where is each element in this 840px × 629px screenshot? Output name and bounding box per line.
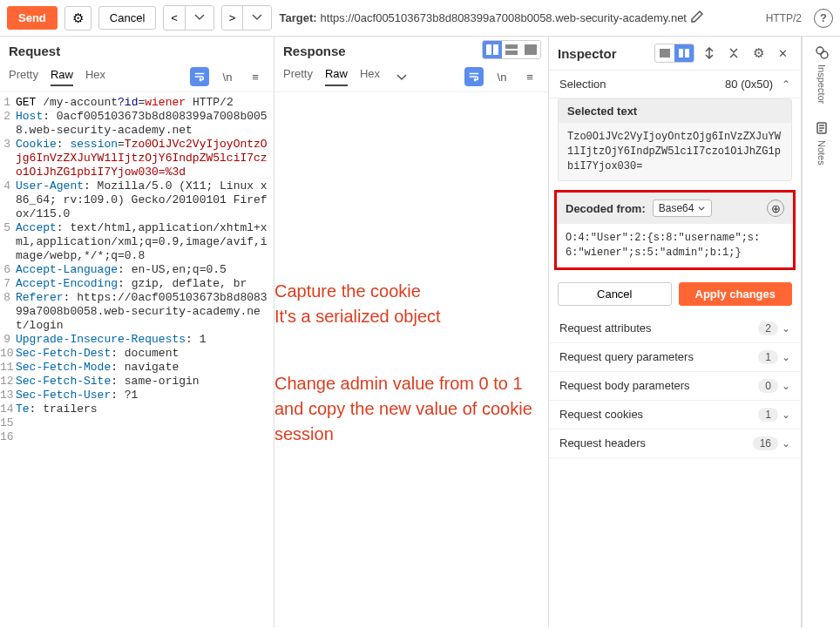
encoding-select[interactable]: Base64 (653, 200, 713, 217)
code-line[interactable]: 8Referer: https://0acf005103673b8d808399… (0, 291, 274, 333)
resp-wrap-icon[interactable] (464, 67, 484, 86)
hamburger-icon[interactable]: ≡ (246, 67, 265, 86)
annotation-1: Capture the cookie It's a serialized obj… (274, 279, 441, 329)
cancel-button[interactable]: Cancel (98, 6, 156, 30)
history-fwd-group: > (221, 5, 273, 30)
history-fwd-dropdown[interactable] (242, 6, 271, 30)
response-title: Response (283, 44, 346, 58)
inspector-section[interactable]: Request attributes2⌄ (549, 314, 801, 343)
inspector-section[interactable]: Request cookies1⌄ (549, 401, 801, 429)
wrap-icon[interactable] (190, 67, 209, 86)
inspector-gear-icon[interactable]: ⚙ (749, 44, 768, 63)
resp-tab-dropdown[interactable] (392, 67, 411, 86)
chevron-down-icon (250, 10, 264, 24)
code-line[interactable]: 11Sec-Fetch-Mode: navigate (0, 361, 274, 375)
resp-hamburger-icon[interactable]: ≡ (520, 67, 539, 86)
chevron-up-icon[interactable]: ⌃ (782, 78, 790, 91)
insp-layout-b-icon[interactable] (674, 44, 694, 62)
chevron-down-icon[interactable]: ⌄ (782, 322, 790, 335)
svg-rect-3 (505, 51, 518, 55)
target-url: https://0acf005103673b8d808399a7008b0058… (321, 11, 687, 24)
code-line[interactable]: 6Accept-Language: en-US,en;q=0.5 (0, 263, 274, 277)
code-line[interactable]: 3Cookie: session=Tzo0OiJVc2VyIjoyOntzOjg… (0, 138, 274, 179)
resp-tab-pretty[interactable]: Pretty (283, 67, 313, 86)
svg-rect-5 (660, 49, 670, 57)
layout-columns-icon[interactable] (483, 41, 502, 58)
inspector-pane: Inspector ⚙ ✕ Selection 80 (0x50) ⌃ Sele… (549, 37, 802, 627)
inspector-layout-toggle (654, 44, 694, 63)
close-icon[interactable]: ✕ (773, 44, 792, 63)
expand-all-icon[interactable] (700, 44, 719, 63)
target-label: Target: (279, 11, 316, 24)
tab-raw[interactable]: Raw (51, 68, 73, 86)
request-title: Request (9, 44, 60, 58)
right-sidebar: Inspector Notes (802, 37, 840, 627)
chevron-down-icon[interactable]: ⌄ (782, 409, 790, 421)
selected-text-value[interactable]: Tzo0OiJVc2VyIjoyOntzOjg6InVzZXJuYW1lIjtz… (559, 123, 791, 180)
code-line[interactable]: 4User-Agent: Mozilla/5.0 (X11; Linux x86… (0, 179, 274, 221)
selection-row[interactable]: Selection 80 (0x50) ⌃ (549, 71, 801, 98)
request-code[interactable]: 1GET /my-account?id=wiener HTTP/22Host: … (0, 92, 274, 627)
notes-icon (815, 121, 829, 135)
collapse-all-icon[interactable] (724, 44, 743, 63)
target-display: Target: https://0acf005103673b8d808399a7… (279, 10, 753, 26)
pencil-icon[interactable] (690, 10, 704, 26)
resp-tab-raw[interactable]: Raw (325, 67, 348, 86)
svg-rect-6 (679, 49, 683, 57)
send-button[interactable]: Send (7, 6, 58, 30)
history-fwd-button[interactable]: > (222, 6, 243, 30)
code-line[interactable]: 7Accept-Encoding: gzip, deflate, br (0, 277, 274, 291)
inspector-cancel-button[interactable]: Cancel (558, 282, 672, 306)
tab-hex[interactable]: Hex (85, 68, 105, 86)
layout-toggle (482, 40, 541, 59)
svg-point-9 (821, 51, 828, 58)
settings-button[interactable]: ⚙ (64, 6, 91, 30)
apply-changes-button[interactable]: Apply changes (679, 282, 793, 306)
code-line[interactable]: 10Sec-Fetch-Dest: document (0, 347, 274, 361)
tab-pretty[interactable]: Pretty (9, 68, 38, 86)
code-line[interactable]: 5Accept: text/html,application/xhtml+xml… (0, 221, 274, 263)
layout-single-icon[interactable] (521, 41, 540, 58)
code-line[interactable]: 15 (0, 416, 274, 430)
http-version[interactable]: HTTP/2 (761, 10, 807, 26)
newline-icon[interactable]: \n (218, 67, 237, 86)
history-back-button[interactable]: < (164, 6, 185, 30)
inspector-section[interactable]: Request query parameters1⌄ (549, 343, 801, 372)
sidebar-notes[interactable]: Notes (815, 121, 829, 166)
code-line[interactable]: 13Sec-Fetch-User: ?1 (0, 389, 274, 402)
add-encoding-button[interactable]: ⊕ (767, 200, 784, 217)
chevron-down-icon (697, 204, 706, 213)
code-line[interactable]: 2Host: 0acf005103673b8d808399a7008b0058.… (0, 110, 274, 138)
insp-layout-a-icon[interactable] (655, 44, 674, 62)
help-icon[interactable]: ? (814, 9, 833, 28)
layout-rows-icon[interactable] (502, 41, 521, 58)
selection-label: Selection (559, 78, 725, 91)
gear-icon: ⚙ (72, 10, 84, 26)
code-line[interactable]: 12Sec-Fetch-Site: same-origin (0, 375, 274, 389)
selected-text-label: Selected text (559, 99, 791, 123)
response-pane: Response Pretty Raw Hex \n ≡ Capture the… (274, 37, 549, 627)
code-line[interactable]: 16 (0, 430, 274, 444)
inspector-section[interactable]: Request headers16⌄ (549, 429, 801, 458)
svg-point-8 (816, 47, 823, 54)
resp-newline-icon[interactable]: \n (492, 67, 511, 86)
annotation-2: Change admin value from 0 to 1 and copy … (274, 371, 548, 447)
selection-value: 80 (0x50) (725, 78, 773, 91)
response-code[interactable]: Capture the cookie It's a serialized obj… (274, 92, 548, 627)
code-line[interactable]: 9Upgrade-Insecure-Requests: 1 (0, 333, 274, 347)
svg-rect-4 (525, 44, 537, 55)
chevron-down-icon[interactable]: ⌄ (782, 437, 790, 450)
decoded-box: Decoded from: Base64 ⊕ O:4:"User":2:{s:8… (554, 190, 796, 270)
selected-text-box: Selected text Tzo0OiJVc2VyIjoyOntzOjg6In… (558, 98, 792, 181)
sidebar-inspector[interactable]: Inspector (815, 45, 829, 104)
decoded-text-value[interactable]: O:4:"User":2:{s:8:"username";s:6:"wiener… (557, 224, 793, 267)
chevron-down-icon[interactable]: ⌄ (782, 380, 790, 392)
inspector-section[interactable]: Request body parameters0⌄ (549, 372, 801, 401)
history-back-group: < (163, 5, 214, 30)
chevron-down-icon[interactable]: ⌄ (782, 351, 790, 363)
code-line[interactable]: 1GET /my-account?id=wiener HTTP/2 (0, 96, 274, 110)
code-line[interactable]: 14Te: trailers (0, 402, 274, 416)
resp-tab-hex[interactable]: Hex (360, 67, 380, 86)
history-back-dropdown[interactable] (185, 6, 213, 30)
svg-rect-7 (685, 49, 689, 57)
